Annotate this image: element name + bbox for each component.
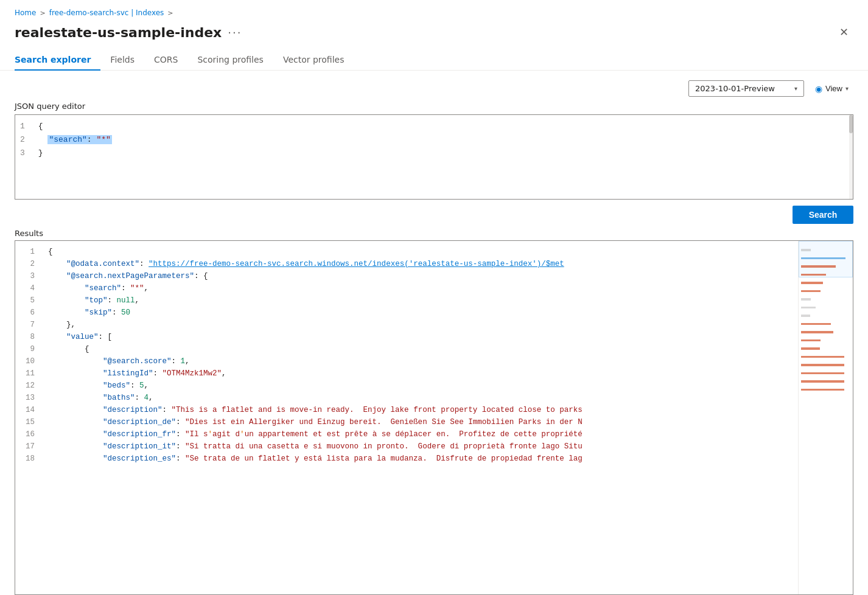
breadcrumb-service[interactable]: free-demo-search-svc | Indexes: [49, 9, 164, 17]
results-label: Results: [15, 229, 853, 238]
view-button[interactable]: ◉ View ▾: [810, 81, 853, 97]
editor-code-area[interactable]: { "search": "*" }: [32, 115, 853, 199]
view-chevron-icon: ▾: [845, 85, 849, 92]
page-header: realestate-us-sample-index ··· ✕: [0, 22, 868, 40]
breadcrumb-sep2: >: [167, 9, 173, 17]
editor-scrollbar-thumb: [849, 115, 853, 133]
page-title: realestate-us-sample-index ···: [15, 25, 242, 40]
tab-search-explorer[interactable]: Search explorer: [15, 50, 100, 71]
dropdown-chevron-icon: ▾: [794, 85, 797, 92]
index-title-text: realestate-us-sample-index: [15, 25, 222, 40]
version-dropdown[interactable]: 2023-10-01-Preview ▾: [688, 80, 804, 97]
results-line-numbers: 1 2 3 4 5 6 7 8 9 10 11 12 13 14 15 16 1…: [15, 241, 42, 594]
version-label: 2023-10-01-Preview: [695, 84, 775, 93]
minimap-highlight: [799, 241, 853, 277]
title-more-button[interactable]: ···: [228, 26, 242, 39]
breadcrumb: Home > free-demo-search-svc | Indexes >: [0, 0, 868, 22]
results-code-area: { "@odata.context": "https://free-demo-s…: [42, 241, 798, 594]
editor-label: JSON query editor: [15, 102, 853, 111]
content-area: JSON query editor 1 2 3 { "search": "*" …: [0, 102, 868, 595]
tabs-bar: Search explorer Fields CORS Scoring prof…: [0, 40, 868, 71]
json-editor[interactable]: 1 2 3 { "search": "*" }: [15, 114, 853, 200]
breadcrumb-sep1: >: [40, 9, 45, 17]
editor-scrollbar[interactable]: [849, 115, 853, 199]
toolbar-row: 2023-10-01-Preview ▾ ◉ View ▾: [0, 71, 868, 102]
close-button[interactable]: ✕: [835, 24, 853, 40]
results-minimap: [798, 241, 853, 594]
page-container: Home > free-demo-search-svc | Indexes > …: [0, 0, 868, 595]
results-container: 1 2 3 4 5 6 7 8 9 10 11 12 13 14 15 16 1…: [15, 240, 853, 595]
tab-cors[interactable]: CORS: [144, 50, 187, 71]
breadcrumb-home[interactable]: Home: [15, 9, 36, 17]
view-label: View: [825, 84, 842, 93]
search-btn-row: Search: [15, 200, 853, 229]
tab-scoring-profiles[interactable]: Scoring profiles: [187, 50, 273, 71]
editor-line-numbers: 1 2 3: [15, 115, 32, 199]
eye-icon: ◉: [815, 84, 822, 94]
tab-fields[interactable]: Fields: [100, 50, 144, 71]
tab-vector-profiles[interactable]: Vector profiles: [273, 50, 354, 71]
search-button[interactable]: Search: [793, 206, 853, 224]
